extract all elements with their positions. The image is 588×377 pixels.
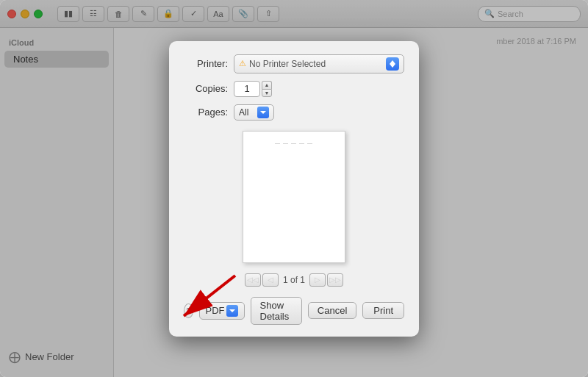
printer-select[interactable]: ⚠ No Printer Selected: [234, 54, 404, 73]
printer-row: Printer: ⚠ No Printer Selected: [184, 54, 404, 73]
pages-row: Pages: All: [184, 104, 404, 121]
pdf-button[interactable]: PDF: [199, 302, 245, 320]
main-window: ▮▮ ☷ 🗑 ✎ 🔒 ✓ Aa 📎 ⇧ 🔍 Search iCloud Note…: [0, 0, 588, 377]
preview-text: — — — — —: [275, 140, 313, 146]
printer-warning-icon: ⚠: [239, 59, 246, 68]
svg-marker-2: [260, 111, 266, 114]
first-page-button[interactable]: ◁◁: [245, 273, 261, 287]
pdf-dropdown-button[interactable]: [226, 305, 238, 317]
next-page-button[interactable]: ▷: [309, 273, 326, 287]
pages-dropdown-button[interactable]: [257, 107, 269, 118]
pages-value: All: [239, 107, 254, 118]
copies-decrement-button[interactable]: ▼: [262, 89, 272, 97]
copies-row: Copies: ▲ ▼: [184, 81, 404, 97]
page-counter: 1 of 1: [283, 275, 305, 285]
svg-marker-1: [390, 64, 395, 68]
page-nav-row: ◁◁ ◁ 1 of 1 ▷ ▷▷: [184, 273, 404, 287]
pdf-label: PDF: [206, 305, 225, 316]
svg-marker-3: [229, 309, 235, 312]
copies-label: Copies:: [184, 83, 228, 94]
page-preview: — — — — —: [243, 131, 345, 263]
print-dialog: Printer: ⚠ No Printer Selected Copies: ▲: [169, 41, 419, 337]
last-page-button[interactable]: ▷▷: [327, 273, 343, 287]
copies-stepper: ▲ ▼: [262, 81, 272, 97]
printer-dropdown-button[interactable]: [386, 57, 399, 71]
copies-increment-button[interactable]: ▲: [262, 81, 272, 89]
copies-input[interactable]: [234, 81, 260, 97]
print-button[interactable]: Print: [362, 302, 404, 319]
copies-field: ▲ ▼: [234, 81, 272, 97]
help-button[interactable]: ?: [184, 304, 193, 318]
svg-marker-0: [390, 60, 395, 64]
cancel-button[interactable]: Cancel: [308, 302, 356, 319]
dialog-bottom-bar: ? PDF Show Details Cancel Print: [184, 297, 404, 325]
printer-label: Printer:: [184, 58, 228, 69]
prev-page-button[interactable]: ◁: [262, 273, 279, 287]
nav-next-group: ▷ ▷▷: [309, 273, 343, 287]
pages-label: Pages:: [184, 107, 228, 118]
preview-area: — — — — —: [184, 131, 404, 263]
printer-value: No Printer Selected: [249, 59, 326, 69]
show-details-button[interactable]: Show Details: [251, 297, 302, 325]
pages-select[interactable]: All: [234, 104, 274, 121]
nav-prev-group: ◁◁ ◁: [245, 273, 279, 287]
